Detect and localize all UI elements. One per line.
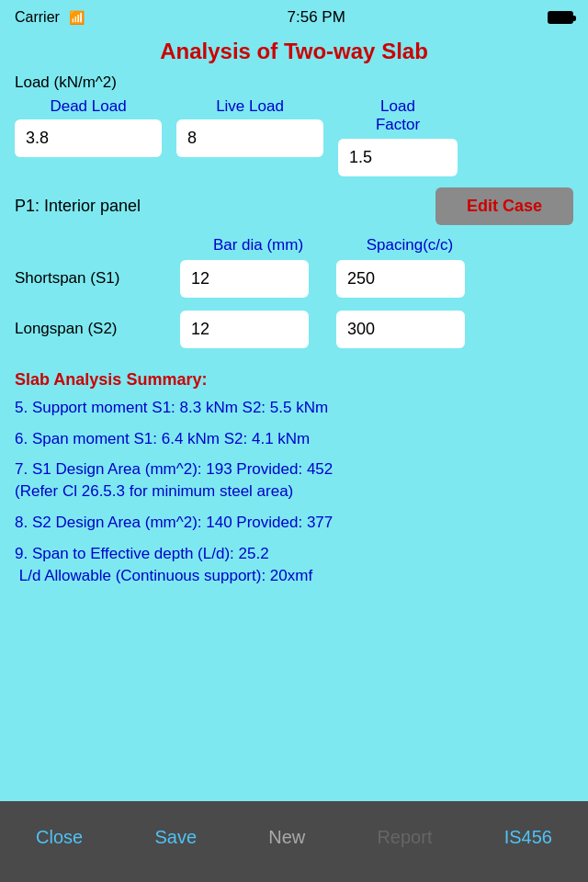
new-tab[interactable]: New — [254, 820, 320, 855]
shortspan-label: Shortspan (S1) — [15, 269, 180, 288]
save-tab[interactable]: Save — [140, 820, 211, 855]
edit-case-button[interactable]: Edit Case — [435, 187, 573, 225]
tab-bar: Close Save New Report IS456 — [0, 801, 588, 882]
summary-line9: 9. Span to Effective depth (L/d): 25.2 L… — [15, 543, 573, 587]
summary-section: Slab Analysis Summary: 5. Support moment… — [0, 361, 588, 587]
panel-row: P1: Interior panel Edit Case — [15, 187, 573, 225]
dead-load-label: Dead Load — [50, 97, 126, 116]
shortspan-spacing-input[interactable] — [336, 260, 465, 298]
carrier-label: Carrier 📶 — [15, 9, 85, 26]
load-section-label: Load (kN/m^2) — [15, 74, 573, 92]
longspan-label: Longspan (S2) — [15, 320, 180, 338]
dead-load-col: Dead Load — [15, 97, 162, 157]
time-label: 7:56 PM — [288, 8, 345, 27]
summary-title: Slab Analysis Summary: — [15, 370, 573, 390]
main-content: Analysis of Two-way Slab Load (kN/m^2) D… — [0, 33, 588, 348]
app-title: Analysis of Two-way Slab — [15, 39, 573, 64]
load-factor-input[interactable] — [338, 139, 458, 176]
spacing-header: Spacing(c/c) — [336, 236, 483, 254]
load-factor-label: LoadFactor — [376, 97, 420, 135]
rebar-header-row: Bar dia (mm) Spacing(c/c) — [15, 236, 573, 254]
summary-line5: 5. Support moment S1: 8.3 kNm S2: 5.5 kN… — [15, 397, 573, 419]
report-tab[interactable]: Report — [362, 820, 447, 855]
summary-line6: 6. Span moment S1: 6.4 kNm S2: 4.1 kNm — [15, 428, 573, 450]
summary-line8: 8. S2 Design Area (mm^2): 140 Provided: … — [15, 512, 573, 534]
live-load-col: Live Load — [176, 97, 323, 157]
longspan-row: Longspan (S2) — [15, 311, 573, 348]
longspan-spacing-input[interactable] — [336, 311, 465, 348]
close-tab[interactable]: Close — [21, 820, 97, 855]
battery-icon — [548, 11, 573, 24]
bar-dia-header: Bar dia (mm) — [180, 236, 336, 254]
summary-line7: 7. S1 Design Area (mm^2): 193 Provided: … — [15, 458, 573, 503]
load-factor-col: LoadFactor — [338, 97, 458, 176]
load-inputs-row: Dead Load Live Load LoadFactor — [15, 97, 573, 176]
status-bar: Carrier 📶 7:56 PM — [0, 0, 588, 33]
dead-load-input[interactable] — [15, 119, 162, 157]
live-load-input[interactable] — [176, 119, 323, 157]
shortspan-bar-dia-input[interactable] — [180, 260, 309, 298]
live-load-label: Live Load — [216, 97, 284, 116]
is456-tab[interactable]: IS456 — [490, 820, 567, 855]
shortspan-row: Shortspan (S1) — [15, 260, 573, 298]
wifi-icon: 📶 — [69, 10, 85, 25]
panel-label: P1: Interior panel — [15, 197, 141, 216]
longspan-bar-dia-input[interactable] — [180, 311, 309, 348]
